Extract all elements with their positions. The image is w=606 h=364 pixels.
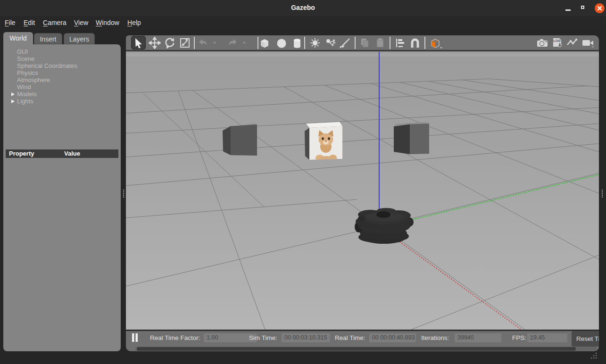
svg-text:LOG: LOG <box>553 39 561 42</box>
